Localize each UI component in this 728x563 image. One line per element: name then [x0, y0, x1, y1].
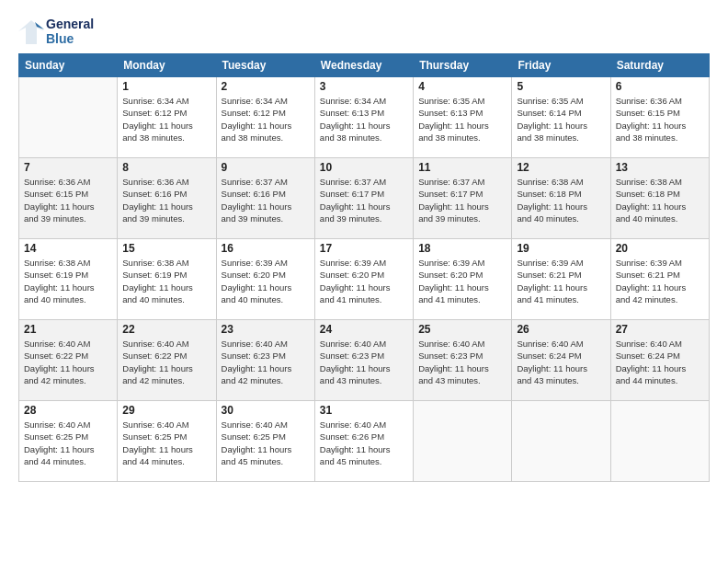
- logo-blue: Blue: [46, 31, 94, 46]
- day-info: Sunrise: 6:35 AMSunset: 6:13 PMDaylight:…: [418, 95, 506, 144]
- day-number: 18: [418, 242, 506, 255]
- calendar-cell: 1Sunrise: 6:34 AMSunset: 6:12 PMDaylight…: [118, 77, 216, 158]
- day-number: 30: [222, 404, 310, 417]
- day-number: 15: [122, 242, 210, 255]
- day-number: 16: [222, 242, 310, 255]
- calendar-cell: 22Sunrise: 6:40 AMSunset: 6:22 PMDayligh…: [118, 320, 216, 401]
- page: General Blue SundayMondayTuesdayWednesda…: [0, 0, 728, 563]
- day-number: 31: [320, 404, 408, 417]
- day-number: 10: [320, 161, 408, 174]
- calendar-cell: [610, 401, 709, 482]
- logo: General Blue: [18, 17, 94, 46]
- calendar-cell: 21Sunrise: 6:40 AMSunset: 6:22 PMDayligh…: [19, 320, 118, 401]
- calendar-cell: [414, 401, 512, 482]
- day-number: 7: [24, 161, 112, 174]
- day-number: 5: [517, 80, 605, 93]
- calendar-body: 1Sunrise: 6:34 AMSunset: 6:12 PMDaylight…: [19, 77, 710, 482]
- day-info: Sunrise: 6:40 AMSunset: 6:22 PMDaylight:…: [122, 338, 210, 386]
- weekday-header-sunday: Sunday: [19, 54, 118, 77]
- calendar-cell: [19, 77, 118, 158]
- calendar-cell: 9Sunrise: 6:37 AMSunset: 6:16 PMDaylight…: [216, 158, 314, 239]
- day-number: 20: [616, 242, 704, 255]
- calendar-cell: 3Sunrise: 6:34 AMSunset: 6:13 PMDaylight…: [314, 77, 413, 158]
- day-info: Sunrise: 6:35 AMSunset: 6:14 PMDaylight:…: [517, 95, 605, 144]
- calendar-cell: 20Sunrise: 6:39 AMSunset: 6:21 PMDayligh…: [610, 239, 709, 320]
- calendar-table: SundayMondayTuesdayWednesdayThursdayFrid…: [18, 53, 710, 482]
- calendar-cell: 14Sunrise: 6:38 AMSunset: 6:19 PMDayligh…: [19, 239, 118, 320]
- calendar-cell: 6Sunrise: 6:36 AMSunset: 6:15 PMDaylight…: [610, 77, 709, 158]
- day-number: 9: [222, 161, 310, 174]
- calendar-cell: 4Sunrise: 6:35 AMSunset: 6:13 PMDaylight…: [414, 77, 512, 158]
- calendar-cell: 8Sunrise: 6:36 AMSunset: 6:16 PMDaylight…: [118, 158, 216, 239]
- calendar-cell: [512, 401, 610, 482]
- calendar-cell: 29Sunrise: 6:40 AMSunset: 6:25 PMDayligh…: [118, 401, 216, 482]
- day-info: Sunrise: 6:38 AMSunset: 6:19 PMDaylight:…: [24, 257, 112, 305]
- calendar-cell: 27Sunrise: 6:40 AMSunset: 6:24 PMDayligh…: [610, 320, 709, 401]
- calendar-cell: 18Sunrise: 6:39 AMSunset: 6:20 PMDayligh…: [414, 239, 512, 320]
- day-info: Sunrise: 6:40 AMSunset: 6:26 PMDaylight:…: [320, 419, 408, 467]
- weekday-header-saturday: Saturday: [610, 54, 709, 77]
- day-number: 3: [320, 80, 408, 93]
- calendar-week-row: 1Sunrise: 6:34 AMSunset: 6:12 PMDaylight…: [19, 77, 710, 158]
- day-number: 17: [320, 242, 408, 255]
- calendar-cell: 10Sunrise: 6:37 AMSunset: 6:17 PMDayligh…: [314, 158, 413, 239]
- day-info: Sunrise: 6:40 AMSunset: 6:25 PMDaylight:…: [222, 419, 310, 467]
- calendar-cell: 25Sunrise: 6:40 AMSunset: 6:23 PMDayligh…: [414, 320, 512, 401]
- header: General Blue: [18, 17, 710, 46]
- day-info: Sunrise: 6:40 AMSunset: 6:25 PMDaylight:…: [24, 419, 112, 467]
- calendar-week-row: 14Sunrise: 6:38 AMSunset: 6:19 PMDayligh…: [19, 239, 710, 320]
- day-info: Sunrise: 6:36 AMSunset: 6:15 PMDaylight:…: [24, 176, 112, 224]
- day-info: Sunrise: 6:37 AMSunset: 6:17 PMDaylight:…: [418, 176, 506, 224]
- day-info: Sunrise: 6:39 AMSunset: 6:20 PMDaylight:…: [222, 257, 310, 305]
- day-info: Sunrise: 6:36 AMSunset: 6:15 PMDaylight:…: [616, 95, 704, 144]
- calendar-cell: 23Sunrise: 6:40 AMSunset: 6:23 PMDayligh…: [216, 320, 314, 401]
- day-number: 27: [616, 323, 704, 336]
- day-number: 11: [418, 161, 506, 174]
- day-number: 6: [616, 80, 704, 93]
- weekday-header-friday: Friday: [512, 54, 610, 77]
- day-number: 29: [122, 404, 210, 417]
- day-info: Sunrise: 6:39 AMSunset: 6:20 PMDaylight:…: [418, 257, 506, 305]
- day-info: Sunrise: 6:36 AMSunset: 6:16 PMDaylight:…: [122, 176, 210, 224]
- day-info: Sunrise: 6:37 AMSunset: 6:17 PMDaylight:…: [320, 176, 408, 224]
- day-number: 8: [122, 161, 210, 174]
- calendar-cell: 30Sunrise: 6:40 AMSunset: 6:25 PMDayligh…: [216, 401, 314, 482]
- calendar-cell: 24Sunrise: 6:40 AMSunset: 6:23 PMDayligh…: [314, 320, 413, 401]
- day-info: Sunrise: 6:39 AMSunset: 6:21 PMDaylight:…: [616, 257, 704, 305]
- day-number: 23: [222, 323, 310, 336]
- day-info: Sunrise: 6:40 AMSunset: 6:25 PMDaylight:…: [122, 419, 210, 467]
- day-info: Sunrise: 6:39 AMSunset: 6:21 PMDaylight:…: [517, 257, 605, 305]
- calendar-cell: 12Sunrise: 6:38 AMSunset: 6:18 PMDayligh…: [512, 158, 610, 239]
- day-number: 2: [222, 80, 310, 93]
- day-number: 21: [24, 323, 112, 336]
- day-number: 26: [517, 323, 605, 336]
- calendar-cell: 16Sunrise: 6:39 AMSunset: 6:20 PMDayligh…: [216, 239, 314, 320]
- weekday-header-row: SundayMondayTuesdayWednesdayThursdayFrid…: [19, 54, 710, 77]
- calendar-cell: 28Sunrise: 6:40 AMSunset: 6:25 PMDayligh…: [19, 401, 118, 482]
- weekday-header-wednesday: Wednesday: [314, 54, 413, 77]
- logo-bird-icon: [18, 18, 44, 44]
- calendar-cell: 17Sunrise: 6:39 AMSunset: 6:20 PMDayligh…: [314, 239, 413, 320]
- day-number: 12: [517, 161, 605, 174]
- day-info: Sunrise: 6:40 AMSunset: 6:23 PMDaylight:…: [418, 338, 506, 386]
- calendar-week-row: 21Sunrise: 6:40 AMSunset: 6:22 PMDayligh…: [19, 320, 710, 401]
- day-info: Sunrise: 6:39 AMSunset: 6:20 PMDaylight:…: [320, 257, 408, 305]
- day-number: 4: [418, 80, 506, 93]
- calendar-cell: 7Sunrise: 6:36 AMSunset: 6:15 PMDaylight…: [19, 158, 118, 239]
- day-number: 1: [122, 80, 210, 93]
- calendar-week-row: 7Sunrise: 6:36 AMSunset: 6:15 PMDaylight…: [19, 158, 710, 239]
- day-number: 28: [24, 404, 112, 417]
- day-info: Sunrise: 6:38 AMSunset: 6:18 PMDaylight:…: [616, 176, 704, 224]
- day-info: Sunrise: 6:40 AMSunset: 6:24 PMDaylight:…: [616, 338, 704, 386]
- weekday-header-thursday: Thursday: [414, 54, 512, 77]
- calendar-cell: 11Sunrise: 6:37 AMSunset: 6:17 PMDayligh…: [414, 158, 512, 239]
- day-info: Sunrise: 6:40 AMSunset: 6:24 PMDaylight:…: [517, 338, 605, 386]
- day-info: Sunrise: 6:38 AMSunset: 6:18 PMDaylight:…: [517, 176, 605, 224]
- day-info: Sunrise: 6:38 AMSunset: 6:19 PMDaylight:…: [122, 257, 210, 305]
- day-number: 14: [24, 242, 112, 255]
- day-info: Sunrise: 6:40 AMSunset: 6:23 PMDaylight:…: [222, 338, 310, 386]
- day-number: 25: [418, 323, 506, 336]
- day-info: Sunrise: 6:37 AMSunset: 6:16 PMDaylight:…: [222, 176, 310, 224]
- calendar-cell: 26Sunrise: 6:40 AMSunset: 6:24 PMDayligh…: [512, 320, 610, 401]
- day-number: 19: [517, 242, 605, 255]
